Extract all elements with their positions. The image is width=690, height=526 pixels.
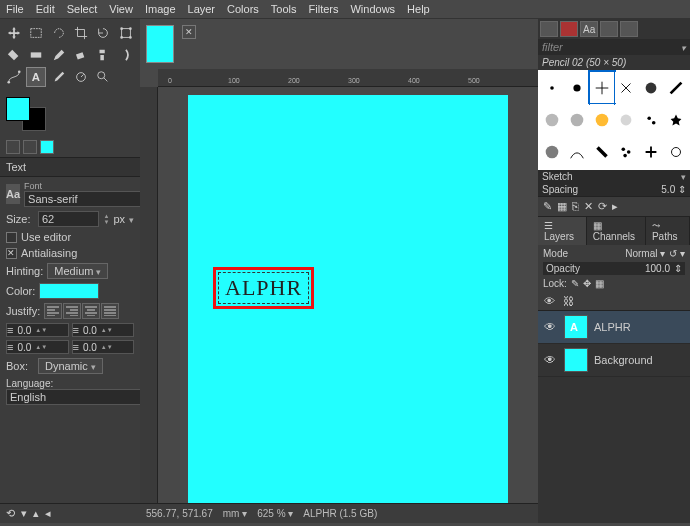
- free-select-tool[interactable]: [49, 23, 69, 43]
- visibility-icon[interactable]: 👁: [544, 320, 558, 334]
- brush-item[interactable]: [590, 137, 614, 168]
- tab-paths[interactable]: ⤳ Paths: [646, 217, 690, 245]
- canvas[interactable]: ALPHR: [158, 87, 538, 503]
- language-input[interactable]: [6, 389, 152, 405]
- pattern-indicator[interactable]: [23, 140, 37, 154]
- rect-select-tool[interactable]: [26, 23, 46, 43]
- pencil-tool[interactable]: [49, 45, 69, 65]
- edit-brush-icon[interactable]: ✎: [543, 200, 552, 213]
- justify-right[interactable]: [63, 303, 81, 319]
- indent-spinner-2[interactable]: ≡ 0.0▲▼: [72, 323, 135, 337]
- picker-tool[interactable]: [49, 67, 69, 87]
- dock-tab-2[interactable]: [560, 21, 578, 37]
- menu-edit[interactable]: Edit: [36, 3, 55, 15]
- save-preset-icon[interactable]: ▾: [21, 507, 27, 520]
- brush-item[interactable]: [664, 104, 688, 135]
- gradient-tool[interactable]: [26, 45, 46, 65]
- text-tool[interactable]: A: [26, 67, 46, 87]
- brush-item[interactable]: [590, 104, 614, 135]
- brush-indicator[interactable]: [6, 140, 20, 154]
- filter-label[interactable]: filter: [542, 41, 563, 53]
- path-tool[interactable]: [4, 67, 24, 87]
- ruler-vertical[interactable]: [140, 87, 158, 503]
- smudge-tool[interactable]: [116, 45, 136, 65]
- layer-name[interactable]: Background: [594, 354, 653, 366]
- reset-icon[interactable]: ⟲: [6, 507, 15, 520]
- text-layer-selection[interactable]: ALPHR: [213, 267, 314, 309]
- unit-dropdown-icon[interactable]: [129, 213, 134, 225]
- transform-tool[interactable]: [116, 23, 136, 43]
- brush-item[interactable]: [639, 72, 663, 103]
- brush-item[interactable]: [590, 72, 614, 103]
- document-thumbnail[interactable]: [146, 25, 174, 63]
- menu-colors[interactable]: Colors: [227, 3, 259, 15]
- eraser-tool[interactable]: [71, 45, 91, 65]
- brush-item[interactable]: [540, 137, 564, 168]
- open-brush-icon[interactable]: ▸: [612, 200, 618, 213]
- indent-spinner-3[interactable]: ≡ 0.0▲▼: [6, 340, 69, 354]
- new-brush-icon[interactable]: ▦: [557, 200, 567, 213]
- tab-channels[interactable]: ▦ Channels: [587, 217, 646, 245]
- arrow-left-icon[interactable]: ◂: [45, 507, 51, 520]
- zoom-tool[interactable]: [93, 67, 113, 87]
- hinting-select[interactable]: Medium: [47, 263, 108, 279]
- menu-windows[interactable]: Windows: [350, 3, 395, 15]
- text-color-swatch[interactable]: [39, 283, 99, 299]
- crop-tool[interactable]: [71, 23, 91, 43]
- dock-tab-5[interactable]: [620, 21, 638, 37]
- bucket-tool[interactable]: [4, 45, 24, 65]
- gradient-indicator[interactable]: [40, 140, 54, 154]
- ruler-horizontal[interactable]: 0100200300400500: [158, 69, 538, 87]
- dup-brush-icon[interactable]: ⎘: [572, 200, 579, 213]
- brush-item[interactable]: [565, 137, 589, 168]
- status-zoom[interactable]: 625 % ▾: [257, 508, 293, 519]
- brush-item[interactable]: [615, 72, 639, 103]
- close-document-icon[interactable]: ✕: [182, 25, 196, 39]
- menu-layer[interactable]: Layer: [188, 3, 216, 15]
- use-editor-checkbox[interactable]: [6, 232, 17, 243]
- move-tool[interactable]: [4, 23, 24, 43]
- box-select[interactable]: Dynamic: [38, 358, 103, 374]
- opacity-value[interactable]: 100.0: [645, 263, 670, 274]
- brush-item[interactable]: [565, 72, 589, 103]
- brush-item[interactable]: [639, 104, 663, 135]
- brush-item[interactable]: [615, 137, 639, 168]
- brush-item[interactable]: [540, 72, 564, 103]
- justify-fill[interactable]: [101, 303, 119, 319]
- canvas-text[interactable]: ALPHR: [218, 272, 309, 304]
- mode-select[interactable]: Normal ▾: [625, 248, 665, 259]
- dock-tab-3[interactable]: Aa: [580, 21, 598, 37]
- lock-position-icon[interactable]: ✥: [583, 278, 591, 289]
- clone-tool[interactable]: [93, 45, 113, 65]
- brush-item[interactable]: [664, 72, 688, 103]
- dock-tab-1[interactable]: [540, 21, 558, 37]
- menu-filters[interactable]: Filters: [309, 3, 339, 15]
- indent-spinner-4[interactable]: ≡ 0.0▲▼: [72, 340, 135, 354]
- filter-dropdown-icon[interactable]: [681, 41, 686, 53]
- brush-item[interactable]: [615, 104, 639, 135]
- size-unit[interactable]: px: [113, 213, 125, 225]
- indent-spinner-1[interactable]: ≡ 0.0▲▼: [6, 323, 69, 337]
- measure-tool[interactable]: [71, 67, 91, 87]
- size-input[interactable]: [38, 211, 99, 227]
- foreground-color[interactable]: [6, 97, 30, 121]
- delete-preset-icon[interactable]: ▴: [33, 507, 39, 520]
- justify-left[interactable]: [44, 303, 62, 319]
- brush-item[interactable]: [664, 137, 688, 168]
- visibility-icon[interactable]: 👁: [544, 353, 558, 367]
- menu-image[interactable]: Image: [145, 3, 176, 15]
- brush-set-dropdown-icon[interactable]: [681, 171, 686, 182]
- tab-layers[interactable]: ☰ Layers: [538, 217, 587, 245]
- brush-item[interactable]: [540, 104, 564, 135]
- lock-pixels-icon[interactable]: ✎: [571, 278, 579, 289]
- status-unit[interactable]: mm ▾: [223, 508, 247, 519]
- refresh-brush-icon[interactable]: ⟳: [598, 200, 607, 213]
- layer-row[interactable]: 👁 A ALPHR: [538, 311, 690, 344]
- menu-help[interactable]: Help: [407, 3, 430, 15]
- brush-item[interactable]: [565, 104, 589, 135]
- brush-item[interactable]: [639, 137, 663, 168]
- menu-select[interactable]: Select: [67, 3, 98, 15]
- spacing-value[interactable]: 5.0: [661, 184, 675, 195]
- del-brush-icon[interactable]: ✕: [584, 200, 593, 213]
- lock-alpha-icon[interactable]: ▦: [595, 278, 604, 289]
